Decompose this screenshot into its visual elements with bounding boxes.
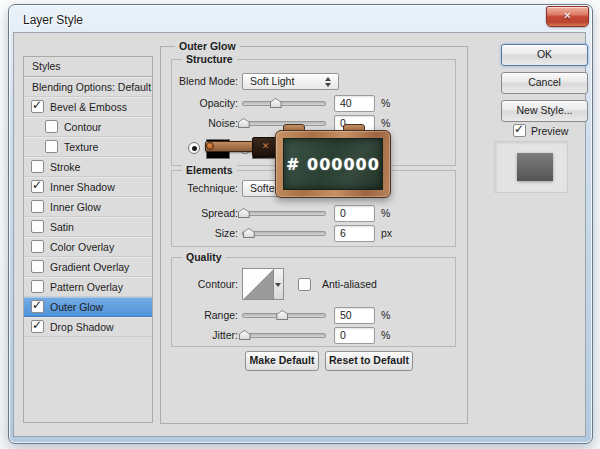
sidebar-item-drop-shadow[interactable]: Drop Shadow <box>24 317 152 337</box>
panel-legend: Outer Glow <box>175 40 240 52</box>
cancel-button[interactable]: Cancel <box>501 72 588 94</box>
slider-thumb[interactable] <box>239 330 251 340</box>
blend-mode-label: Blend Mode: <box>178 75 238 87</box>
style-checkbox[interactable] <box>31 220 44 233</box>
style-checkbox[interactable] <box>31 280 44 293</box>
sidebar-item-satin[interactable]: Satin <box>24 217 152 237</box>
blend-mode-value: Soft Light <box>250 75 294 87</box>
slider-thumb[interactable] <box>270 98 282 108</box>
size-input[interactable]: 6 <box>334 225 375 242</box>
anti-aliased-label: Anti-aliased <box>322 278 377 290</box>
style-checkbox[interactable] <box>45 140 58 153</box>
opacity-row: Opacity: 40 % <box>178 94 449 112</box>
style-label: Color Overlay <box>50 241 114 253</box>
size-slider[interactable] <box>242 227 326 239</box>
style-label: Stroke <box>50 161 80 173</box>
contour-label: Contour: <box>178 278 238 290</box>
size-label: Size: <box>178 227 238 239</box>
reset-to-default-button[interactable]: Reset to Default <box>325 351 413 371</box>
style-label: Blending Options: Default <box>24 81 151 93</box>
style-checkbox[interactable] <box>31 180 44 193</box>
sidebar-item-inner-glow[interactable]: Inner Glow <box>24 197 152 217</box>
slider-thumb[interactable] <box>238 208 250 218</box>
sidebar-item-inner-shadow[interactable]: Inner Shadow <box>24 177 152 197</box>
style-label: Inner Glow <box>50 201 101 213</box>
range-slider[interactable] <box>242 309 326 321</box>
sidebar-item-texture[interactable]: Texture <box>24 137 152 157</box>
style-checkbox[interactable] <box>31 260 44 273</box>
sidebar-item-pattern-overlay[interactable]: Pattern Overlay <box>24 277 152 297</box>
preview-option: Preview <box>513 124 568 137</box>
style-checkbox[interactable] <box>31 300 44 313</box>
structure-legend: Structure <box>182 53 237 65</box>
slider-thumb[interactable] <box>238 118 250 128</box>
jitter-input[interactable]: 0 <box>334 327 375 344</box>
spread-slider[interactable] <box>242 207 326 219</box>
close-icon: ✕ <box>563 10 571 21</box>
close-button[interactable]: ✕ <box>546 6 589 27</box>
anti-aliased-checkbox[interactable] <box>298 278 311 291</box>
blend-mode-row: Blend Mode: Soft Light <box>178 72 449 90</box>
slider-track <box>242 211 326 216</box>
slider-track <box>242 101 326 106</box>
range-label: Range: <box>178 309 238 321</box>
technique-value: Softer <box>250 182 278 194</box>
technique-label: Technique: <box>178 182 238 194</box>
contour-picker[interactable] <box>242 268 274 300</box>
sidebar-item-color-overlay[interactable]: Color Overlay <box>24 237 152 257</box>
sidebar-item-gradient-overlay[interactable]: Gradient Overlay <box>24 257 152 277</box>
spread-row: Spread: 0 % <box>178 204 449 222</box>
slider-thumb[interactable] <box>243 228 255 238</box>
sidebar-item-blending-options-default[interactable]: Blending Options: Default <box>24 77 152 97</box>
spread-input[interactable]: 0 <box>334 205 375 222</box>
sidebar-item-contour[interactable]: Contour <box>24 117 152 137</box>
jitter-slider[interactable] <box>242 329 326 341</box>
range-input[interactable]: 50 <box>334 307 375 324</box>
style-label: Satin <box>50 221 74 233</box>
window-title: Layer Style <box>23 13 83 27</box>
style-checkbox[interactable] <box>45 120 58 133</box>
contour-dropdown-arrow[interactable] <box>274 268 284 300</box>
styles-header: Styles <box>24 57 152 77</box>
style-label: Texture <box>64 141 98 153</box>
opacity-label: Opacity: <box>178 97 238 109</box>
style-label: Contour <box>64 121 101 133</box>
slider-track <box>242 333 326 338</box>
style-label: Outer Glow <box>50 301 103 313</box>
style-checkbox[interactable] <box>31 240 44 253</box>
noise-unit: % <box>381 117 390 129</box>
range-row: Range: 50 % <box>178 306 449 324</box>
style-label: Drop Shadow <box>50 321 114 333</box>
style-checkbox[interactable] <box>31 200 44 213</box>
style-preview-thumbnail <box>494 141 568 193</box>
quality-group: Quality Contour: Anti-aliased Range: 50 … <box>171 257 456 347</box>
style-label: Gradient Overlay <box>50 261 129 273</box>
color-fill-radio[interactable] <box>188 142 200 154</box>
sidebar-item-bevel-emboss[interactable]: Bevel & Emboss <box>24 97 152 117</box>
style-checkbox[interactable] <box>31 100 44 113</box>
opacity-unit: % <box>381 97 390 109</box>
jitter-label: Jitter: <box>178 329 238 341</box>
opacity-slider[interactable] <box>242 97 326 109</box>
sidebar-item-outer-glow[interactable]: Outer Glow <box>24 297 152 317</box>
preview-square <box>517 153 553 181</box>
style-checkbox[interactable] <box>31 160 44 173</box>
sidebar-item-stroke[interactable]: Stroke <box>24 157 152 177</box>
ok-button[interactable]: OK <box>501 44 588 66</box>
tooltip-rivet-icon <box>206 142 214 150</box>
preview-checkbox[interactable] <box>513 124 526 137</box>
style-checkbox[interactable] <box>31 320 44 333</box>
new-style-button[interactable]: New Style... <box>501 100 588 122</box>
make-default-button[interactable]: Make Default <box>245 351 319 371</box>
slider-thumb[interactable] <box>276 310 288 320</box>
styles-sidebar: Styles Blending Options: DefaultBevel & … <box>23 56 153 423</box>
blend-mode-select[interactable]: Soft Light <box>242 73 339 90</box>
jitter-unit: % <box>381 329 390 341</box>
opacity-input[interactable]: 40 <box>334 95 375 112</box>
updown-arrows-icon <box>325 77 332 87</box>
range-unit: % <box>381 309 390 321</box>
contour-row: Contour: Anti-aliased <box>178 268 449 300</box>
outer-glow-panel: Outer Glow Structure Blend Mode: Soft Li… <box>160 46 468 424</box>
style-label: Bevel & Emboss <box>50 101 127 113</box>
style-label: Pattern Overlay <box>50 281 123 293</box>
